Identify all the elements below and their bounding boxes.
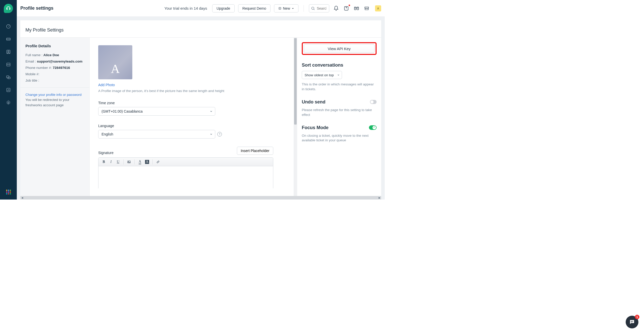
scrollbar-vertical[interactable] (294, 38, 297, 196)
search-container (309, 4, 329, 12)
sidebar-solutions-icon[interactable] (5, 61, 12, 68)
timezone-select[interactable]: (GMT+01:00) Casablanca (98, 107, 215, 116)
bgcolor-button[interactable]: A (144, 159, 150, 165)
sort-description: This is the order in which messages will… (302, 82, 377, 92)
profile-image-letter: A (111, 62, 120, 76)
email-value: support@savemyleads.com (37, 59, 82, 63)
sort-select[interactable]: Show oldest on top (302, 71, 342, 79)
sidebar-contacts-icon[interactable] (5, 48, 12, 55)
request-demo-button[interactable]: Request Demo (238, 4, 270, 12)
signature-label: Signature (98, 151, 113, 155)
profile-actions-panel: View API Key Sort conversations Show old… (297, 38, 381, 196)
change-profile-text: You will be redirected to your freshwork… (25, 98, 69, 107)
mobile-label: Mobile #: (25, 72, 39, 76)
focus-description: On closing a ticket, quickly move to the… (302, 133, 377, 143)
underline-button[interactable]: U (115, 159, 121, 165)
undo-heading: Undo send (302, 99, 325, 105)
user-avatar[interactable]: A (375, 5, 381, 11)
sidebar-settings-icon[interactable] (5, 99, 12, 106)
image-button[interactable] (126, 159, 132, 165)
sidebar-apps-icon[interactable] (6, 190, 11, 194)
svg-point-7 (8, 102, 9, 103)
bold-button[interactable]: B (101, 159, 107, 165)
language-label: Language (98, 124, 281, 128)
freshworks-switcher-icon[interactable] (353, 5, 360, 12)
email-label: Email : (25, 59, 36, 63)
fullname-value: Alice Doe (44, 53, 59, 57)
language-select[interactable]: English (98, 130, 215, 139)
view-api-key-button[interactable]: View API Key (304, 44, 375, 53)
svg-rect-12 (357, 7, 359, 10)
change-profile-link[interactable]: Change your profile info or password (25, 93, 82, 97)
svg-point-3 (8, 51, 9, 52)
upgrade-button[interactable]: Upgrade (212, 4, 235, 12)
page-title: Profile settings (20, 6, 53, 11)
add-photo-link[interactable]: Add Photo (98, 83, 115, 87)
italic-button[interactable]: I (108, 159, 114, 165)
sidebar-social-icon[interactable] (5, 74, 12, 81)
signature-editor: B I U A A (98, 157, 273, 188)
editor-toolbar: B I U A A (98, 158, 273, 166)
api-key-highlight: View API Key (302, 42, 377, 55)
svg-rect-11 (354, 7, 356, 10)
phone-value: 728497616 (53, 66, 70, 70)
profile-form-panel: A Add Photo A Profile image of the perso… (90, 38, 297, 196)
language-help-icon[interactable]: ? (217, 132, 222, 136)
profile-details-heading: Profile Details (25, 44, 84, 48)
chevron-down-icon (337, 74, 340, 76)
sidebar-reports-icon[interactable] (5, 86, 12, 94)
svg-point-9 (312, 7, 314, 9)
focus-mode-toggle[interactable] (369, 125, 377, 130)
sidebar-tickets-icon[interactable] (5, 36, 12, 43)
profile-details-panel: Profile Details Full name : Alice Doe Em… (20, 38, 90, 196)
signature-textarea[interactable] (98, 166, 273, 188)
profile-image: A (98, 45, 132, 79)
section-title: My Profile Settings (20, 20, 381, 37)
jobtitle-label: Job title : (25, 79, 39, 82)
search-icon (311, 6, 315, 10)
scrollbar-horizontal[interactable]: ◀ ▶ (20, 196, 381, 200)
chevron-down-icon (210, 110, 213, 113)
app-logo[interactable] (0, 0, 17, 17)
trial-text: Your trial ends in 14 days (164, 6, 207, 10)
timezone-label: Time zone (98, 101, 281, 105)
topbar: Profile settings Your trial ends in 14 d… (17, 0, 385, 17)
new-button-label: New (283, 6, 290, 10)
undo-send-toggle[interactable]: ✕ (370, 100, 377, 104)
insert-placeholder-button[interactable]: Insert Placeholder (237, 147, 273, 155)
phone-label: Phone number #: (25, 66, 52, 70)
focus-heading: Focus Mode (302, 125, 328, 130)
sidebar (0, 0, 17, 200)
new-button[interactable]: New (274, 4, 298, 12)
notifications-icon[interactable] (333, 5, 339, 12)
photo-helper-text: A Profile image of the person, it's best… (98, 89, 281, 93)
link-button[interactable] (155, 159, 161, 165)
textcolor-button[interactable]: A (137, 159, 143, 165)
marketplace-icon[interactable] (363, 5, 370, 12)
sidebar-dashboard-icon[interactable] (5, 23, 12, 30)
fullname-label: Full name : (25, 53, 42, 57)
sort-heading: Sort conversations (302, 63, 377, 68)
help-icon[interactable] (343, 5, 350, 12)
chevron-down-icon (210, 133, 213, 136)
undo-description: Please refresh the page for this setting… (302, 108, 377, 117)
